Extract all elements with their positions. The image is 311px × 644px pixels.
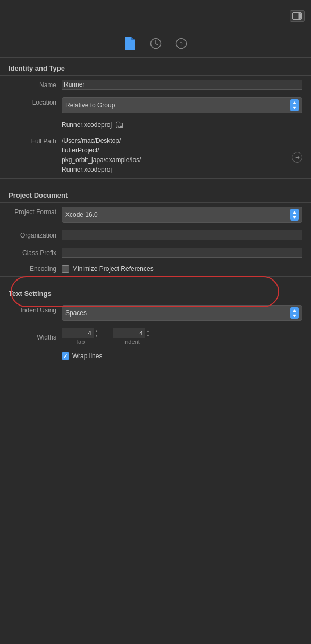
svg-rect-2 bbox=[299, 13, 301, 19]
full-path-content: /Users/mac/Desktop/ flutterProject/ pkg_… bbox=[62, 136, 302, 174]
minimize-project-references-label: Minimize Project References bbox=[72, 265, 154, 273]
indent-stepper[interactable]: ▲ ▼ bbox=[146, 329, 150, 338]
location-label: Location bbox=[9, 97, 62, 106]
location-stepper-down: ▼ bbox=[292, 105, 297, 111]
tab-width-stepper-wrapper: ▲ ▼ bbox=[62, 328, 98, 338]
indent-using-stepper-down: ▼ bbox=[292, 313, 297, 318]
text-settings-section-header: Text Settings bbox=[0, 283, 311, 301]
tab-history[interactable] bbox=[148, 36, 163, 51]
organization-value bbox=[62, 230, 302, 240]
file-row: Runner.xcodeproj 🗂 bbox=[0, 117, 311, 132]
wrap-lines-label: Wrap lines bbox=[72, 352, 102, 360]
wrap-lines-checkbox-content: ✓ Wrap lines bbox=[62, 352, 102, 360]
indent-using-stepper-up: ▲ bbox=[292, 308, 297, 313]
widths-label: Widths bbox=[9, 332, 62, 341]
indent-stepper-up[interactable]: ▲ bbox=[146, 329, 150, 333]
tab-help[interactable]: ? bbox=[174, 36, 189, 51]
name-label: Name bbox=[9, 80, 62, 89]
encoding-label: Encoding bbox=[9, 265, 62, 273]
project-format-label: Project Format bbox=[9, 207, 62, 216]
indent-width-input[interactable] bbox=[113, 328, 145, 338]
tab-width-input[interactable] bbox=[62, 328, 94, 338]
indent-col-label: Indent bbox=[123, 338, 140, 345]
location-select[interactable]: Relative to Group ▲ ▼ bbox=[62, 97, 302, 113]
section-divider-3 bbox=[0, 369, 311, 369]
full-path-label: Full Path bbox=[9, 136, 62, 145]
project-format-stepper[interactable]: ▲ ▼ bbox=[290, 209, 299, 221]
wrap-lines-checkbox[interactable]: ✓ bbox=[62, 352, 69, 360]
top-bar bbox=[0, 0, 311, 32]
folder-icon[interactable]: 🗂 bbox=[115, 119, 124, 130]
inspector-toggle-icon[interactable] bbox=[290, 10, 305, 22]
indent-using-label: Indent Using bbox=[9, 305, 62, 314]
location-field-row: Location Relative to Group ▲ ▼ bbox=[0, 94, 311, 117]
full-path-row: Full Path /Users/mac/Desktop/ flutterPro… bbox=[0, 132, 311, 178]
project-format-field-row: Project Format Xcode 16.0 ▲ ▼ bbox=[0, 203, 311, 226]
wrap-lines-checkmark: ✓ bbox=[63, 353, 68, 359]
file-name: Runner.xcodeproj bbox=[62, 121, 112, 129]
tab-col-label: Tab bbox=[75, 338, 85, 345]
widths-field-row: Widths ▲ ▼ Tab ▲ ▼ bbox=[0, 325, 311, 349]
project-document-section-header: Project Document bbox=[0, 185, 311, 203]
svg-line-5 bbox=[156, 44, 158, 45]
path-navigate-button[interactable]: ➜ bbox=[292, 152, 302, 163]
class-prefix-field-row: Class Prefix bbox=[0, 244, 311, 261]
organization-label: Organization bbox=[9, 230, 62, 239]
class-prefix-input[interactable] bbox=[62, 248, 302, 258]
indent-using-field-row: Indent Using Spaces ▲ ▼ bbox=[0, 301, 311, 325]
organization-field-row: Organization bbox=[0, 226, 311, 244]
project-format-stepper-down: ▼ bbox=[292, 215, 297, 220]
tab-stepper-up[interactable]: ▲ bbox=[95, 329, 98, 333]
location-stepper-up: ▲ bbox=[292, 100, 297, 105]
minimize-project-references-checkbox[interactable] bbox=[62, 265, 69, 273]
indent-using-select-label: Spaces bbox=[65, 309, 290, 317]
location-select-label: Relative to Group bbox=[65, 101, 290, 109]
project-format-select[interactable]: Xcode 16.0 ▲ ▼ bbox=[62, 207, 302, 223]
location-stepper[interactable]: ▲ ▼ bbox=[290, 99, 299, 111]
section-divider-2 bbox=[0, 276, 311, 277]
project-format-stepper-up: ▲ bbox=[292, 209, 297, 215]
widths-fields: ▲ ▼ Tab ▲ ▼ Indent bbox=[62, 328, 150, 345]
tab-bar: ? bbox=[0, 32, 311, 58]
tab-width-col: ▲ ▼ Tab bbox=[62, 328, 98, 345]
encoding-field-row: Encoding Minimize Project References bbox=[0, 261, 311, 276]
section-divider-1 bbox=[0, 178, 311, 179]
location-select-wrapper: Relative to Group ▲ ▼ bbox=[62, 97, 302, 113]
svg-text:?: ? bbox=[180, 40, 183, 48]
class-prefix-value bbox=[62, 248, 302, 258]
tab-file[interactable] bbox=[123, 36, 138, 51]
project-format-select-label: Xcode 16.0 bbox=[65, 211, 290, 218]
name-input[interactable] bbox=[62, 80, 302, 90]
organization-input[interactable] bbox=[62, 230, 302, 240]
identity-section-header: Identity and Type bbox=[0, 58, 311, 76]
full-path-text: /Users/mac/Desktop/ flutterProject/ pkg_… bbox=[62, 136, 141, 174]
name-value bbox=[62, 80, 302, 90]
class-prefix-label: Class Prefix bbox=[9, 248, 62, 257]
indent-width-stepper-wrapper: ▲ ▼ bbox=[113, 328, 150, 338]
tab-stepper-down[interactable]: ▼ bbox=[95, 334, 98, 338]
wrap-lines-row: ✓ Wrap lines bbox=[0, 349, 311, 363]
indent-width-col: ▲ ▼ Indent bbox=[113, 328, 150, 345]
indent-using-stepper[interactable]: ▲ ▼ bbox=[290, 307, 299, 319]
indent-using-select[interactable]: Spaces ▲ ▼ bbox=[62, 305, 302, 321]
indent-stepper-down[interactable]: ▼ bbox=[146, 334, 150, 338]
tab-stepper[interactable]: ▲ ▼ bbox=[95, 329, 98, 338]
project-format-select-wrapper: Xcode 16.0 ▲ ▼ bbox=[62, 207, 302, 223]
name-field-row: Name bbox=[0, 76, 311, 94]
encoding-checkbox-content: Minimize Project References bbox=[62, 265, 154, 273]
indent-using-select-wrapper: Spaces ▲ ▼ bbox=[62, 305, 302, 321]
